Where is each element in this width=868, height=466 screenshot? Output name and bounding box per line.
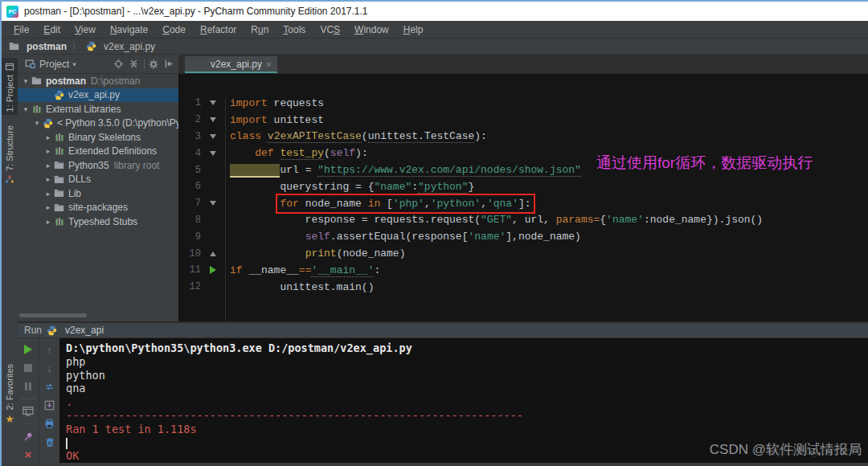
project-panel-title[interactable]: Project	[39, 59, 69, 70]
breadcrumb-label: v2ex_api.py	[104, 41, 155, 52]
layout-icon[interactable]	[22, 405, 35, 418]
menu-file[interactable]: File	[6, 22, 36, 37]
code-line-9[interactable]: 9 self.assertEqual(response['name'],node…	[178, 228, 868, 245]
python-icon	[42, 117, 54, 129]
tree-item-extended-definitions[interactable]: ▸Extended Definitions	[18, 145, 178, 159]
menu-refactor[interactable]: Refactor	[193, 22, 244, 37]
stop-icon[interactable]	[22, 362, 35, 374]
menu-view[interactable]: View	[68, 22, 103, 37]
code-editor[interactable]: 1import requests2import unittest3class v…	[178, 74, 868, 321]
collapse-all-icon[interactable]	[127, 58, 140, 71]
code-line-8[interactable]: 8 response = requests.request("GET", url…	[178, 212, 868, 229]
tree-item-typeshed-stubs[interactable]: ▸Typeshed Stubs	[18, 215, 178, 229]
horizontal-scrollbar[interactable]	[19, 313, 87, 317]
code-line-3[interactable]: 3class v2exAPITestCase(unittest.TestCase…	[178, 129, 868, 145]
cycle-icon[interactable]	[43, 380, 56, 393]
run-tab-label[interactable]: Run	[24, 325, 42, 336]
menu-code[interactable]: Code	[155, 22, 193, 37]
tab-v2ex-api[interactable]: v2ex_api.py ×	[185, 56, 277, 73]
code-line-1[interactable]: 1import requests	[178, 95, 868, 112]
breadcrumb-item[interactable]: postman	[8, 41, 67, 52]
wrap-icon[interactable]	[43, 399, 56, 411]
breadcrumb-item[interactable]: v2ex_api.py	[85, 41, 155, 52]
title-bar: PC postman - [D:\postman] - ...\v2ex_api…	[2, 2, 868, 21]
chevron-right-icon[interactable]: ▸	[43, 190, 53, 198]
run-line-icon[interactable]	[204, 266, 222, 274]
chevron-right-icon[interactable]: ▸	[43, 218, 53, 226]
menu-edit[interactable]: Edit	[36, 22, 68, 37]
chevron-down-icon[interactable]: ▾	[21, 105, 31, 113]
stripe-button-favorites[interactable]: 2: Favorites★	[2, 364, 18, 425]
tree-item-python35[interactable]: ▸Python35library root	[18, 158, 178, 173]
code-text: import requests	[230, 97, 324, 109]
fold-marker-icon[interactable]	[204, 117, 222, 122]
code-text: querystring = {"name":"python"}	[230, 181, 474, 193]
locate-icon[interactable]	[112, 58, 125, 71]
menu-navigate[interactable]: Navigate	[103, 22, 155, 37]
play-icon[interactable]	[22, 343, 35, 356]
folder-icon	[53, 188, 65, 199]
pycharm-window: PC postman - [D:\postman] - ...\v2ex_api…	[0, 0, 868, 466]
menu-help[interactable]: Help	[396, 22, 431, 37]
code-line-6[interactable]: 6 querystring = {"name":"python"}	[178, 178, 868, 195]
code-line-11[interactable]: 11if __name__=='__main__':	[178, 262, 868, 279]
pause-icon[interactable]	[22, 380, 35, 393]
tree-item-v2ex-api-py[interactable]: v2ex_api.py	[18, 88, 178, 103]
line-number: 6	[178, 181, 204, 192]
menu-run[interactable]: Run	[244, 22, 276, 37]
down-icon[interactable]: ↓	[43, 362, 56, 374]
console-line: php	[66, 355, 868, 369]
tool-window-stripe: 1: Project7: Structure2: Favorites★	[2, 55, 18, 463]
code-text: self.assertEqual(response['name'],node_n…	[230, 231, 581, 243]
fold-marker-icon[interactable]	[204, 201, 222, 206]
console-line: .	[66, 395, 868, 409]
fold-marker-icon[interactable]	[204, 151, 222, 156]
code-line-12[interactable]: 12 unittest.main()	[178, 279, 868, 296]
chevron-down-icon[interactable]: ▾	[32, 119, 42, 127]
line-number: 2	[178, 114, 204, 125]
fold-marker-icon[interactable]	[204, 251, 222, 256]
up-icon[interactable]: ↑	[43, 343, 56, 356]
console-line: D:\python\Python35\python3.exe D:/postma…	[66, 341, 868, 355]
toolbar-divider	[144, 59, 145, 69]
menu-tools[interactable]: Tools	[276, 22, 313, 37]
hide-panel-icon[interactable]	[162, 58, 175, 71]
menu-window[interactable]: Window	[347, 22, 396, 37]
fold-marker-icon[interactable]	[204, 100, 222, 105]
menu-vcs[interactable]: VCS	[313, 22, 347, 37]
star-icon: ★	[3, 412, 16, 425]
chevron-right-icon[interactable]: ▸	[43, 147, 53, 155]
tree-item-python-3-5-0-d-python-pyth[interactable]: ▾< Python 3.5.0 (D:\python\Pyth	[18, 117, 178, 131]
tab-close-icon[interactable]: ×	[266, 59, 271, 69]
pin-icon[interactable]	[22, 430, 35, 443]
chevron-right-icon[interactable]: ▸	[43, 133, 53, 141]
project-dropdown-caret-icon[interactable]: ▾	[72, 60, 76, 68]
tree-item-external-libraries[interactable]: ▾External Libraries	[18, 102, 178, 117]
gear-icon[interactable]	[147, 58, 160, 71]
code-line-2[interactable]: 2import unittest	[178, 112, 868, 129]
chevron-down-icon[interactable]: ▾	[21, 77, 31, 85]
stripe-button-project[interactable]: 1: Project	[2, 58, 18, 115]
chevron-right-icon[interactable]: ▸	[43, 203, 53, 211]
fold-marker-icon[interactable]	[204, 134, 222, 139]
printer-icon[interactable]	[43, 417, 56, 430]
chevron-right-icon[interactable]: ▸	[43, 175, 53, 183]
code-line-7[interactable]: 7 for node_name in ['php','python','qna'…	[178, 195, 868, 212]
close-icon[interactable]: ×	[22, 448, 35, 461]
chevron-right-icon[interactable]: ▸	[43, 161, 53, 170]
tree-item-site-packages[interactable]: ▸site-packages	[18, 201, 178, 215]
library-icon	[53, 132, 65, 143]
tree-item-dlls[interactable]: ▸DLLs	[18, 173, 178, 187]
run-panel-header: Run v2ex_api	[18, 323, 868, 338]
run-toolbar-main: ×»	[18, 338, 39, 463]
editor-tab-strip: v2ex_api.py ×	[178, 55, 868, 74]
line-number: 10	[178, 248, 204, 260]
code-text: print(node_name)	[230, 247, 405, 260]
trash-icon[interactable]	[43, 435, 56, 448]
tree-item-postman[interactable]: ▾postmanD:\postman	[18, 74, 178, 88]
tree-item-suffix: D:\postman	[91, 76, 140, 87]
tree-item-lib[interactable]: ▸Lib	[18, 186, 178, 201]
stripe-button-structure[interactable]: 7: Structure	[2, 122, 18, 188]
tree-item-binary-skeletons[interactable]: ▸Binary Skeletons	[18, 130, 178, 145]
code-line-10[interactable]: 10 print(node_name)	[178, 245, 868, 262]
